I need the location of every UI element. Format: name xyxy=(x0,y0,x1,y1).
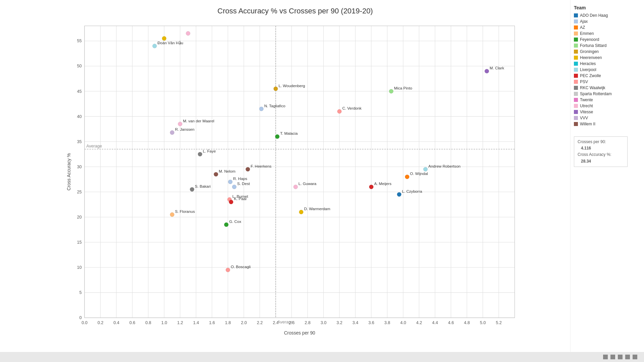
svg-point-86 xyxy=(153,44,157,48)
svg-text:2.8: 2.8 xyxy=(305,320,311,325)
svg-text:K. Paal: K. Paal xyxy=(234,196,246,201)
legend-label: Vitesse xyxy=(580,110,593,114)
legend-label: ADO Den Haag xyxy=(580,13,608,18)
bottom-bar xyxy=(0,352,644,362)
svg-text:Mica Pinto: Mica Pinto xyxy=(394,86,412,90)
svg-text:0.4: 0.4 xyxy=(113,320,119,325)
svg-text:Cross Accuracy %: Cross Accuracy % xyxy=(66,153,71,190)
icon-nav-right[interactable] xyxy=(625,355,630,359)
legend-label: Sparta Rotterdam xyxy=(580,92,612,96)
svg-point-112 xyxy=(246,167,250,172)
svg-text:Đoàn Văn Hậu: Đoàn Văn Hậu xyxy=(157,41,183,45)
legend-swatch xyxy=(574,19,578,23)
svg-text:0.6: 0.6 xyxy=(129,320,136,325)
svg-text:35: 35 xyxy=(77,139,82,144)
legend-item: AZ xyxy=(574,25,641,30)
legend-item: Vitesse xyxy=(574,110,641,114)
svg-text:T. Malacia: T. Malacia xyxy=(280,131,298,135)
svg-text:L. Woudenberg: L. Woudenberg xyxy=(278,83,305,88)
tooltip-crosses-label: Crosses per 90:4.116 xyxy=(578,139,624,152)
svg-text:O. Wijndal: O. Wijndal xyxy=(410,171,428,176)
svg-text:45: 45 xyxy=(77,89,82,94)
svg-text:R. Haps: R. Haps xyxy=(233,176,247,181)
svg-point-92 xyxy=(178,122,182,126)
svg-point-130 xyxy=(389,89,393,94)
legend-label: PSV xyxy=(580,79,588,84)
legend-swatch xyxy=(574,122,578,126)
svg-point-98 xyxy=(190,187,194,192)
svg-point-102 xyxy=(224,223,228,227)
svg-text:S. Dest: S. Dest xyxy=(237,181,250,186)
legend-swatch xyxy=(574,25,578,29)
legend-item: PEC Zwolle xyxy=(574,73,641,78)
legend-label: VVV xyxy=(580,116,588,120)
svg-point-124 xyxy=(299,210,304,214)
svg-text:Andrew Robertson: Andrew Robertson xyxy=(428,164,461,168)
legend-items: ADO Den HaagAjaxAZEmmenFeyenoordFortuna … xyxy=(574,13,641,126)
svg-point-104 xyxy=(228,180,232,184)
legend-label: Utrecht xyxy=(580,104,593,108)
svg-text:Average: Average xyxy=(86,144,102,148)
legend-title: Team xyxy=(574,5,641,10)
icon-fullscreen[interactable] xyxy=(633,355,637,359)
svg-point-114 xyxy=(226,268,230,272)
svg-text:3.2: 3.2 xyxy=(336,320,342,325)
svg-text:D. Warmerdam: D. Warmerdam xyxy=(304,206,330,211)
svg-text:4.8: 4.8 xyxy=(464,320,470,325)
legend-item: Willem II xyxy=(574,122,641,126)
legend-item: PSV xyxy=(574,79,641,84)
svg-point-134 xyxy=(405,175,409,179)
legend-item: Heerenveen xyxy=(574,55,641,60)
svg-text:2.0: 2.0 xyxy=(241,320,247,325)
legend-swatch xyxy=(574,50,578,54)
svg-text:55: 55 xyxy=(77,39,82,43)
legend-item: Ajax xyxy=(574,19,641,24)
legend-swatch xyxy=(574,44,578,48)
svg-text:N. Tagliafico: N. Tagliafico xyxy=(264,104,285,108)
legend-item: Groningen xyxy=(574,49,641,54)
legend-swatch xyxy=(574,56,578,60)
legend-label: Liverpool xyxy=(580,67,596,72)
svg-text:G. Cox: G. Cox xyxy=(229,219,241,224)
svg-text:30: 30 xyxy=(77,165,82,169)
svg-text:0.0: 0.0 xyxy=(82,320,88,325)
svg-rect-0 xyxy=(85,26,515,318)
tooltip-accuracy-label: Cross Accuracy %:28.34 xyxy=(578,152,624,164)
svg-text:5: 5 xyxy=(79,290,82,295)
svg-point-120 xyxy=(275,134,279,139)
svg-text:4.2: 4.2 xyxy=(416,320,422,325)
legend-item: ADO Den Haag xyxy=(574,13,641,18)
legend-swatch xyxy=(574,110,578,114)
legend-label: Heracles xyxy=(580,61,596,66)
legend-swatch xyxy=(574,68,578,72)
svg-text:M. Clark: M. Clark xyxy=(490,66,504,70)
legend-item: Liverpool xyxy=(574,67,641,72)
svg-text:1.0: 1.0 xyxy=(161,320,167,325)
svg-text:1.6: 1.6 xyxy=(209,320,215,325)
legend-swatch xyxy=(574,86,578,90)
legend-swatch xyxy=(574,104,578,108)
legend-item: Sparta Rotterdam xyxy=(574,92,641,96)
svg-text:A. Meijers: A. Meijers xyxy=(374,181,391,186)
main-container: Cross Accuracy % vs Crosses per 90 (2019… xyxy=(0,0,644,362)
legend-panel: Team ADO Den HaagAjaxAZEmmenFeyenoordFor… xyxy=(570,0,644,362)
svg-point-132 xyxy=(397,192,401,197)
svg-text:25: 25 xyxy=(77,190,82,194)
svg-text:0.2: 0.2 xyxy=(98,320,104,325)
svg-text:50: 50 xyxy=(77,64,82,68)
legend-item: RKC Waalwijk xyxy=(574,85,641,90)
icon-grid xyxy=(603,355,608,359)
svg-text:5.0: 5.0 xyxy=(480,320,486,325)
legend-label: Willem II xyxy=(580,122,595,126)
svg-text:15: 15 xyxy=(77,240,82,245)
svg-text:3.0: 3.0 xyxy=(321,320,327,325)
icon-nav-left[interactable] xyxy=(618,355,623,359)
legend-label: Ajax xyxy=(580,19,588,24)
svg-text:3.4: 3.4 xyxy=(353,320,359,325)
svg-text:R. Janssen: R. Janssen xyxy=(175,127,195,131)
legend-item: Fortuna Sittard xyxy=(574,43,641,48)
svg-text:F. Heerkens: F. Heerkens xyxy=(251,164,271,168)
legend-label: Feyenoord xyxy=(580,37,599,42)
svg-text:S. Floranus: S. Floranus xyxy=(175,209,195,214)
svg-text:4.6: 4.6 xyxy=(448,320,454,325)
